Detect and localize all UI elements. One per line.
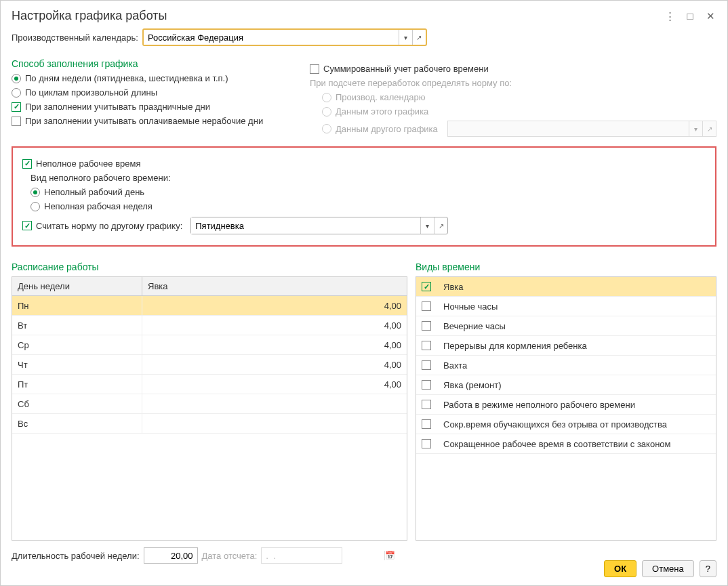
checkbox-icon[interactable] xyxy=(422,321,431,331)
table-row[interactable]: Вт4,00 xyxy=(12,316,407,335)
norm-other-schedule-input: ▾ ↗ xyxy=(447,121,716,137)
attend-cell[interactable]: 4,00 xyxy=(142,296,407,315)
other-norm-field[interactable] xyxy=(191,217,420,234)
dropdown-icon[interactable]: ▾ xyxy=(420,217,434,234)
part-week-label: Неполная рабочая неделя xyxy=(44,201,153,211)
radio-icon xyxy=(322,124,331,133)
list-item[interactable]: Явка (ремонт) xyxy=(416,375,716,395)
table-row[interactable]: Пт4,00 xyxy=(12,375,407,394)
attend-cell[interactable]: 4,00 xyxy=(142,355,407,374)
checkbox-icon[interactable] xyxy=(422,380,431,390)
checkbox-icon[interactable] xyxy=(422,419,431,429)
other-norm-input[interactable]: ▾ ↗ xyxy=(190,217,448,234)
norm-other-schedule-label: Данным другого графика xyxy=(336,124,438,134)
schedule-title: Расписание работы xyxy=(12,261,407,272)
timetype-label: Сокр.время обучающихся без отрыва от про… xyxy=(443,419,667,430)
fill-by-weekdays-radio[interactable]: По дням недели (пятидневка, шестидневка … xyxy=(12,73,296,83)
checkbox-icon[interactable] xyxy=(422,400,431,409)
timetype-label: Сокращенное рабочее время в соответствии… xyxy=(443,439,671,449)
consider-paid-nonwork-check[interactable]: При заполнении учитывать оплачиваемые не… xyxy=(12,116,296,126)
fill-by-cycles-label: По циклам произвольной длины xyxy=(25,87,157,98)
checkbox-icon[interactable] xyxy=(422,282,431,291)
attend-cell[interactable]: 4,00 xyxy=(142,335,407,354)
start-date-label: Дата отсчета: xyxy=(202,551,258,561)
other-norm-check[interactable]: Считать норму по другому графику: ▾ ↗ xyxy=(22,217,706,234)
checkbox-icon[interactable] xyxy=(422,341,431,350)
part-day-radio[interactable]: Неполный рабочий день xyxy=(31,187,706,197)
open-icon[interactable]: ↗ xyxy=(412,30,426,45)
fill-by-weekdays-label: По дням недели (пятидневка, шестидневка … xyxy=(25,73,228,83)
start-date-field xyxy=(262,551,384,561)
fill-by-cycles-radio[interactable]: По циклам произвольной длины xyxy=(12,87,296,98)
norm-prod-cal-radio: Производ. календарю xyxy=(322,92,716,102)
list-item[interactable]: Сокращенное рабочее время в соответствии… xyxy=(416,434,716,454)
attend-cell[interactable]: 4,00 xyxy=(142,375,407,394)
norm-label: При подсчете переработок определять норм… xyxy=(310,78,716,88)
consider-paid-nonwork-label: При заполнении учитывать оплачиваемые не… xyxy=(25,116,263,126)
week-length-input[interactable] xyxy=(144,547,198,564)
checkbox-icon[interactable] xyxy=(422,439,431,448)
radio-icon xyxy=(322,107,331,117)
open-icon[interactable]: ↗ xyxy=(434,217,447,234)
summarized-label: Суммированный учет рабочего времени xyxy=(323,64,489,74)
table-row[interactable]: Вс xyxy=(12,414,407,434)
radio-icon xyxy=(31,202,40,211)
timetype-label: Явка xyxy=(443,282,464,292)
day-cell: Сб xyxy=(12,394,142,413)
checkbox-icon xyxy=(22,159,32,169)
list-item[interactable]: Работа в режиме неполного рабочего време… xyxy=(416,395,716,415)
close-icon[interactable]: ✕ xyxy=(704,10,716,22)
norm-prod-cal-label: Производ. календарю xyxy=(336,92,426,102)
production-calendar-field[interactable] xyxy=(144,30,399,45)
day-cell: Вт xyxy=(12,316,142,335)
day-cell: Ср xyxy=(12,335,142,354)
timetype-label: Вечерние часы xyxy=(443,321,506,331)
day-cell: Вс xyxy=(12,414,142,433)
part-time-kind-label: Вид неполного рабочего времени: xyxy=(31,173,706,183)
checkbox-icon xyxy=(22,221,32,230)
calendar-icon: 📅 xyxy=(384,551,395,560)
fill-method-title: Способ заполнения графика xyxy=(12,58,296,69)
maximize-icon[interactable]: □ xyxy=(684,10,696,22)
consider-holidays-check[interactable]: При заполнении учитывать праздничные дни xyxy=(12,102,296,112)
attend-cell[interactable] xyxy=(142,394,407,413)
ok-button[interactable]: ОК xyxy=(604,560,636,577)
part-time-box: Неполное рабочее время Вид неполного раб… xyxy=(12,146,716,247)
cancel-button[interactable]: Отмена xyxy=(642,560,694,577)
col-day-header: День недели xyxy=(12,277,142,295)
kebab-icon[interactable]: ⋮ xyxy=(664,10,676,22)
table-row[interactable]: Сб xyxy=(12,394,407,414)
part-time-check[interactable]: Неполное рабочее время xyxy=(22,159,706,169)
part-day-label: Неполный рабочий день xyxy=(44,187,144,197)
norm-this-schedule-radio: Данным этого графика xyxy=(322,106,716,117)
schedule-grid[interactable]: День недели Явка Пн4,00Вт4,00Ср4,00Чт4,0… xyxy=(12,276,407,541)
consider-holidays-label: При заполнении учитывать праздничные дни xyxy=(25,102,210,112)
production-calendar-label: Производственный календарь: xyxy=(12,33,138,43)
list-item[interactable]: Вахта xyxy=(416,356,716,375)
part-week-radio[interactable]: Неполная рабочая неделя xyxy=(31,201,706,211)
table-row[interactable]: Пн4,00 xyxy=(12,296,407,316)
list-item[interactable]: Вечерние часы xyxy=(416,316,716,336)
timetype-label: Вахта xyxy=(443,360,467,371)
open-icon: ↗ xyxy=(702,121,716,136)
dropdown-icon[interactable]: ▾ xyxy=(399,30,412,45)
checkbox-icon[interactable] xyxy=(422,301,431,311)
list-item[interactable]: Сокр.время обучающихся без отрыва от про… xyxy=(416,415,716,434)
checkbox-icon[interactable] xyxy=(422,360,431,370)
attend-cell[interactable]: 4,00 xyxy=(142,316,407,335)
production-calendar-input[interactable]: ▾ ↗ xyxy=(142,28,427,46)
timetypes-grid[interactable]: ЯвкаНочные часыВечерние часыПерерывы для… xyxy=(416,276,716,541)
help-button[interactable]: ? xyxy=(700,560,716,577)
checkbox-icon xyxy=(12,102,21,112)
attend-cell[interactable] xyxy=(142,414,407,433)
summarized-check[interactable]: Суммированный учет рабочего времени xyxy=(310,64,716,74)
list-item[interactable]: Перерывы для кормления ребенка xyxy=(416,336,716,356)
table-row[interactable]: Ср4,00 xyxy=(12,335,407,355)
timetype-label: Перерывы для кормления ребенка xyxy=(443,341,587,351)
table-row[interactable]: Чт4,00 xyxy=(12,355,407,375)
list-item[interactable]: Ночные часы xyxy=(416,297,716,316)
timetypes-title: Виды времени xyxy=(416,261,716,272)
other-norm-label: Считать норму по другому графику: xyxy=(36,221,182,231)
list-item[interactable]: Явка xyxy=(416,277,716,297)
norm-this-schedule-label: Данным этого графика xyxy=(336,106,428,117)
